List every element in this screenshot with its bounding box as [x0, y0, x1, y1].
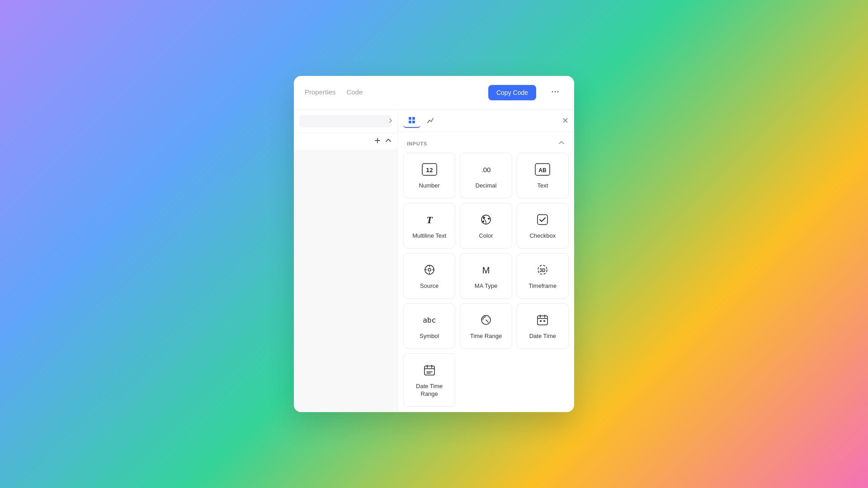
tab-properties[interactable]: Properties	[305, 88, 335, 98]
close-button[interactable]: ✕	[562, 117, 569, 125]
multiline-text-icon: T	[421, 211, 438, 228]
inputs-section: INPUTS 12	[398, 132, 574, 412]
symbol-icon: abc	[421, 312, 438, 328]
text-icon: AB	[534, 161, 551, 178]
date-time-range-icon	[421, 362, 438, 378]
svg-text:AB: AB	[539, 167, 547, 174]
left-panel-top	[294, 110, 397, 133]
section-header: INPUTS	[403, 137, 569, 153]
source-label: Source	[420, 282, 439, 290]
card-number[interactable]: 12 Number	[403, 153, 455, 198]
svg-point-15	[482, 221, 484, 222]
svg-point-0	[552, 91, 553, 92]
card-timeframe[interactable]: 3D Timeframe	[517, 253, 569, 299]
timeframe-icon: 3D	[534, 262, 551, 278]
chevron-right-icon	[387, 117, 394, 124]
time-range-icon	[478, 312, 494, 328]
chart-icon	[427, 117, 435, 125]
left-panel-content	[294, 150, 397, 412]
svg-rect-3	[409, 117, 411, 120]
card-text[interactable]: AB Text	[517, 153, 569, 198]
multiline-text-label: Multiline Text	[412, 232, 446, 240]
chevron-right-button[interactable]	[387, 117, 394, 125]
modal-header: Properties Code Copy Code	[294, 76, 574, 110]
text-label: Text	[537, 182, 548, 190]
symbol-label: Symbol	[420, 333, 439, 340]
collapse-section-button[interactable]	[558, 139, 565, 148]
left-panel-controls	[294, 133, 397, 150]
source-icon	[421, 262, 438, 278]
checkbox-icon	[534, 211, 551, 228]
right-panel: ✕ INPUTS	[398, 110, 574, 412]
svg-point-13	[483, 217, 485, 219]
add-button[interactable]	[374, 137, 381, 146]
card-decimal[interactable]: .00 Decimal	[460, 153, 512, 198]
inputs-grid: 12 Number .00 Decimal	[403, 153, 569, 406]
svg-rect-6	[412, 121, 415, 123]
svg-rect-31	[540, 320, 542, 322]
svg-point-14	[488, 218, 490, 220]
inputs-grid-icon	[408, 116, 416, 124]
card-date-time-range[interactable]: Date Time Range	[403, 353, 455, 407]
collapse-left-button[interactable]	[385, 137, 392, 146]
timeframe-label: Timeframe	[529, 282, 557, 290]
svg-point-18	[428, 268, 431, 271]
plus-icon	[374, 137, 381, 144]
svg-rect-33	[425, 366, 434, 375]
card-checkbox[interactable]: Checkbox	[517, 203, 569, 249]
chevron-up-icon	[385, 137, 392, 144]
main-modal: Properties Code Copy Code	[294, 76, 574, 412]
card-ma-type[interactable]: M MA Type	[460, 253, 512, 299]
search-input[interactable]	[299, 115, 392, 127]
card-color[interactable]: Color	[460, 203, 512, 249]
decimal-label: Decimal	[476, 182, 497, 190]
copy-code-button[interactable]: Copy Code	[488, 85, 536, 100]
tab-inputs-icon[interactable]	[403, 113, 420, 128]
date-time-range-label: Date Time Range	[409, 383, 449, 398]
more-options-button[interactable]	[547, 85, 563, 100]
right-panel-header: ✕	[398, 110, 574, 132]
ma-type-label: MA Type	[475, 282, 497, 290]
svg-text:12: 12	[426, 167, 433, 174]
number-label: Number	[419, 182, 440, 190]
ellipsis-icon	[551, 87, 560, 96]
number-icon: 12	[421, 161, 438, 178]
svg-rect-32	[543, 320, 545, 322]
chevron-up-section-icon	[558, 139, 565, 146]
date-time-label: Date Time	[529, 333, 556, 340]
svg-text:M: M	[482, 265, 490, 275]
svg-point-2	[557, 91, 559, 92]
modal-body: ✕ INPUTS	[294, 110, 574, 412]
svg-point-1	[555, 91, 556, 92]
svg-rect-27	[538, 316, 547, 325]
card-multiline-text[interactable]: T Multiline Text	[403, 203, 455, 249]
left-panel	[294, 110, 398, 412]
svg-rect-16	[538, 215, 547, 225]
section-title: INPUTS	[407, 141, 427, 146]
svg-text:3D: 3D	[540, 268, 546, 273]
color-label: Color	[479, 232, 493, 240]
checkbox-label: Checkbox	[529, 232, 556, 240]
decimal-icon: .00	[478, 161, 494, 178]
svg-rect-4	[412, 117, 415, 120]
card-date-time[interactable]: Date Time	[517, 303, 569, 349]
date-time-icon	[534, 312, 551, 328]
card-source[interactable]: Source	[403, 253, 455, 299]
card-time-range[interactable]: Time Range	[460, 303, 512, 349]
ma-type-icon: M	[478, 262, 494, 278]
svg-text:T: T	[426, 214, 433, 225]
tab-code[interactable]: Code	[346, 88, 363, 98]
svg-rect-5	[409, 121, 411, 123]
time-range-label: Time Range	[470, 333, 502, 340]
color-icon	[478, 211, 494, 228]
card-symbol[interactable]: abc Symbol	[403, 303, 455, 349]
tab-chart-icon[interactable]	[422, 114, 439, 127]
